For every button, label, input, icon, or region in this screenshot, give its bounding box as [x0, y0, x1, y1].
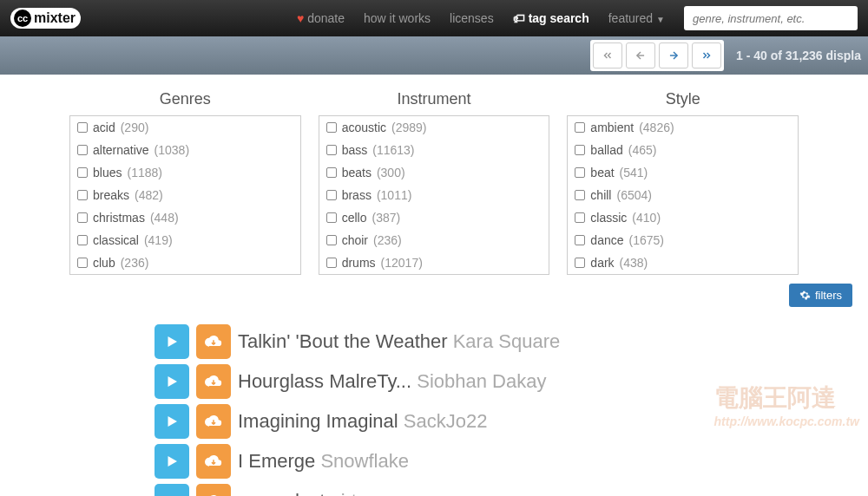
filter-option[interactable]: downtempo (5780)	[568, 274, 798, 275]
filter-option-count: (465)	[628, 143, 657, 157]
chevrons-left-icon	[602, 49, 614, 62]
filter-option[interactable]: acid (290)	[70, 116, 300, 139]
filter-option-label: brass	[342, 188, 372, 202]
filter-option-count: (300)	[377, 166, 405, 179]
filter-columns: Genres acid (290)alternative (1038)blues…	[0, 75, 868, 284]
filter-option-label: classical	[93, 233, 139, 247]
checkbox-icon	[326, 190, 337, 200]
filter-option[interactable]: classic (410)	[568, 206, 798, 229]
filter-option[interactable]: cello (387)	[319, 206, 549, 229]
filter-option-label: bass	[342, 143, 368, 157]
gear-icon	[799, 290, 811, 301]
filter-list-instrument[interactable]: acoustic (2989)bass (11613)beats (300)br…	[319, 115, 550, 275]
checkbox-icon	[77, 122, 88, 133]
filter-option[interactable]: breaks (482)	[70, 184, 300, 206]
filter-option[interactable]: chill (6504)	[568, 184, 798, 206]
checkbox-icon	[575, 145, 585, 155]
filter-option[interactable]: bass (11613)	[319, 139, 549, 161]
nav-featured[interactable]: featured▼	[608, 11, 665, 25]
play-button[interactable]	[155, 444, 189, 479]
arrow-left-icon	[635, 49, 647, 62]
search-box[interactable]	[684, 6, 858, 30]
pager-prev-button[interactable]	[626, 42, 655, 69]
checkbox-icon	[326, 258, 337, 268]
pager-next-button[interactable]	[659, 42, 688, 69]
filter-option-count: (12017)	[381, 256, 423, 270]
nav-licenses[interactable]: licenses	[450, 11, 494, 25]
play-button[interactable]	[155, 364, 189, 399]
nav-how-it-works[interactable]: how it works	[364, 11, 431, 25]
filter-option[interactable]: electronic (11540)	[319, 274, 549, 275]
cloud-download-icon	[205, 413, 222, 430]
filter-option[interactable]: classical (419)	[70, 229, 300, 251]
filter-option-count: (6504)	[616, 188, 651, 202]
filter-option-count: (11613)	[372, 143, 414, 157]
track-text[interactable]: I Emerge Snowflake	[238, 450, 409, 473]
filter-option-count: (482)	[135, 188, 163, 202]
play-button[interactable]	[155, 404, 189, 439]
download-button[interactable]	[196, 484, 231, 496]
download-button[interactable]	[196, 324, 231, 359]
filter-option[interactable]: acoustic (2989)	[319, 116, 549, 139]
track-text[interactable]: Hourglass MalreTy... Siobhan Dakay	[238, 370, 546, 393]
filter-list-style[interactable]: ambient (4826)ballad (465)beat (541)chil…	[567, 115, 799, 275]
track-text[interactable]: spacedust airtone	[238, 490, 389, 496]
filter-title-style: Style	[567, 90, 799, 108]
play-button[interactable]	[155, 324, 189, 359]
nav-tag-search[interactable]: 🏷tag search	[513, 11, 589, 25]
nav-links: ♥donate how it works licenses 🏷tag searc…	[297, 6, 858, 30]
checkbox-icon	[326, 167, 337, 178]
filter-option-count: (419)	[144, 233, 173, 247]
filter-option[interactable]: choir (236)	[319, 229, 549, 251]
play-icon	[164, 334, 180, 349]
filter-option[interactable]: ballad (465)	[568, 139, 798, 161]
filter-option-count: (236)	[121, 256, 149, 270]
filter-option[interactable]: dark (438)	[568, 251, 798, 274]
play-icon	[164, 414, 180, 429]
result-count: 1 - 40 of 31,236 displa	[736, 49, 861, 62]
filter-option[interactable]: ambient (4826)	[568, 116, 798, 139]
filter-option[interactable]: alternative (1038)	[70, 139, 300, 161]
cc-icon: cc	[14, 10, 31, 27]
filter-option-label: dance	[590, 233, 623, 247]
filter-option-label: breaks	[93, 188, 129, 202]
track-row: I Emerge Snowflake	[155, 444, 868, 479]
logo[interactable]: ccmixter	[10, 8, 81, 29]
checkbox-icon	[77, 258, 88, 268]
search-input[interactable]	[693, 12, 849, 25]
track-title: I Emerge	[238, 450, 320, 472]
track-row: spacedust airtone	[155, 484, 868, 496]
play-button[interactable]	[155, 484, 189, 496]
cloud-download-icon	[205, 493, 222, 496]
track-text[interactable]: Imagining Imaginal SackJo22	[238, 410, 487, 433]
filter-option-count: (4826)	[639, 121, 674, 134]
filter-option[interactable]: beat (541)	[568, 161, 798, 184]
filter-list-genres[interactable]: acid (290)alternative (1038)blues (1188)…	[69, 115, 301, 275]
pager-last-button[interactable]	[692, 42, 721, 69]
filters-button[interactable]: filters	[789, 284, 852, 307]
track-text[interactable]: Talkin' 'Bout the Weather Kara Square	[238, 330, 560, 353]
filter-option[interactable]: blues (1188)	[70, 161, 300, 184]
download-button[interactable]	[196, 364, 231, 399]
filter-option-count: (2989)	[391, 121, 426, 134]
filter-option[interactable]: club (236)	[70, 251, 300, 274]
pager-first-button[interactable]	[593, 42, 622, 69]
download-button[interactable]	[196, 404, 231, 439]
svg-marker-5	[168, 456, 178, 467]
chevrons-right-icon	[700, 49, 713, 62]
filter-title-genres: Genres	[69, 90, 301, 108]
filter-option[interactable]: christmas (448)	[70, 206, 300, 229]
filter-option[interactable]: drums (12017)	[319, 251, 549, 274]
checkbox-icon	[326, 235, 337, 245]
filter-option[interactable]: country (264)	[70, 274, 300, 275]
filter-option[interactable]: dance (1675)	[568, 229, 798, 251]
filter-option-label: blues	[93, 166, 122, 179]
filter-option[interactable]: brass (1011)	[319, 184, 549, 206]
filter-option[interactable]: beats (300)	[319, 161, 549, 184]
checkbox-icon	[77, 212, 88, 223]
track-title: Talkin' 'Bout the Weather	[238, 330, 453, 352]
download-button[interactable]	[196, 444, 231, 479]
nav-donate[interactable]: ♥donate	[297, 11, 345, 25]
checkbox-icon	[575, 212, 585, 223]
filter-col-genres: Genres acid (290)alternative (1038)blues…	[69, 90, 301, 275]
